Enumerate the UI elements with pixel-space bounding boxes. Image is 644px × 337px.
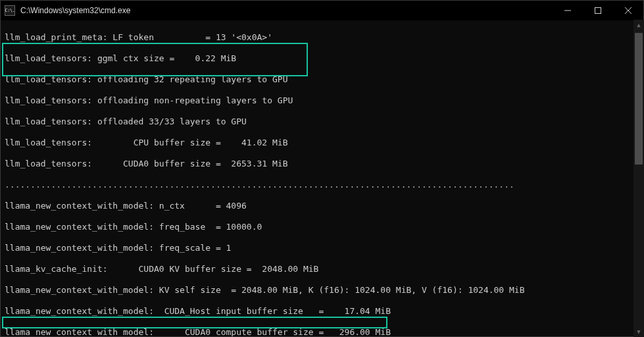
minimize-button[interactable]: [553, 1, 583, 20]
log-line: llm_load_tensors: offloading non-repeati…: [5, 95, 641, 106]
log-line: llama_new_context_with_model: KV self si…: [5, 285, 641, 296]
log-line: llama_new_context_with_model: CUDA_Host …: [5, 306, 641, 317]
log-line: llama_new_context_with_model: freq_scale…: [5, 243, 641, 253]
log-line: llm_load_print_meta: LF token = 13 '<0x0…: [5, 32, 641, 43]
vertical-scrollbar[interactable]: ▲ ▼: [633, 20, 644, 337]
close-icon: [625, 7, 632, 14]
maximize-icon: [595, 7, 601, 14]
log-line: llama_new_context_with_model: CUDA0 comp…: [5, 327, 641, 336]
cmd-window: C:\. C:\Windows\system32\cmd.exe llm_loa…: [0, 0, 644, 337]
console-output[interactable]: llm_load_print_meta: LF token = 13 '<0x0…: [1, 20, 643, 336]
minimize-icon: [564, 7, 571, 14]
log-line: llama_new_context_with_model: n_ctx = 40…: [5, 201, 641, 211]
svg-rect-0: [595, 8, 601, 14]
maximize-button[interactable]: [583, 1, 613, 20]
log-line: llm_load_tensors: offloading 32 repeatin…: [5, 74, 641, 85]
log-line: llm_load_tensors: ggml ctx size = 0.22 M…: [5, 53, 641, 64]
log-line-dots: ........................................…: [5, 180, 641, 190]
titlebar[interactable]: C:\. C:\Windows\system32\cmd.exe: [1, 1, 643, 20]
cmd-icon: C:\.: [1, 1, 19, 20]
window-title: C:\Windows\system32\cmd.exe: [19, 6, 130, 15]
log-line: llama_new_context_with_model: freq_base …: [5, 222, 641, 232]
log-line: llm_load_tensors: CPU buffer size = 41.0…: [5, 138, 641, 148]
log-line: llm_load_tensors: offloaded 33/33 layers…: [5, 117, 641, 127]
scroll-up-arrow-icon[interactable]: ▲: [633, 20, 644, 30]
log-line: llama_kv_cache_init: CUDA0 KV buffer siz…: [5, 264, 641, 274]
close-button[interactable]: [613, 1, 643, 20]
scroll-thumb[interactable]: [635, 33, 643, 165]
scroll-down-arrow-icon[interactable]: ▼: [633, 326, 644, 337]
log-line: llm_load_tensors: CUDA0 buffer size = 26…: [5, 159, 641, 169]
